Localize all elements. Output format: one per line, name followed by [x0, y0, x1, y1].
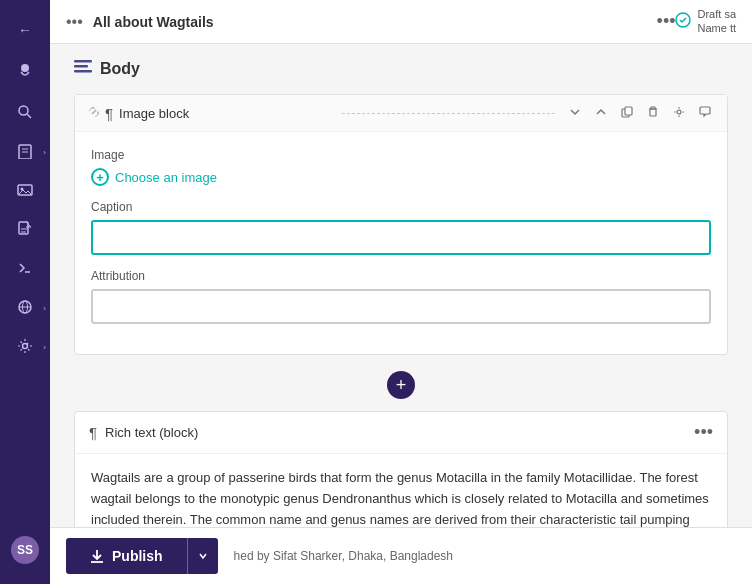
add-circle-icon: +	[91, 168, 109, 186]
svg-point-1	[19, 106, 28, 115]
sidebar-item-images[interactable]	[0, 172, 50, 211]
publish-button[interactable]: Publish	[66, 538, 187, 574]
attribution-field-label: Attribution	[91, 269, 711, 283]
rich-text-header: ¶ Rich text (block) •••	[75, 412, 727, 454]
wagtail-icon	[15, 60, 35, 84]
caption-input[interactable]	[91, 220, 711, 255]
body-heading-text: Body	[100, 60, 140, 78]
snippets-icon	[17, 260, 33, 279]
svg-point-0	[21, 64, 29, 72]
block-comment-btn[interactable]	[695, 103, 715, 123]
topbar-more-btn[interactable]: •••	[657, 11, 676, 32]
sidebar-collapse-btn[interactable]: ←	[18, 10, 32, 50]
block-collapse-btn[interactable]	[565, 103, 585, 123]
sidebar-item-globe[interactable]: ›	[0, 289, 50, 328]
settings-icon	[17, 338, 33, 357]
image-block-label: Image block	[119, 106, 332, 121]
sidebar-item-documents[interactable]	[0, 211, 50, 250]
settings-arrow-icon: ›	[43, 343, 46, 352]
pages-icon	[17, 143, 33, 162]
images-icon	[17, 182, 33, 201]
globe-icon	[17, 299, 33, 318]
image-field-label: Image	[91, 148, 711, 162]
publish-label: Publish	[112, 548, 163, 564]
documents-icon	[17, 221, 33, 240]
pages-arrow-icon: ›	[43, 148, 46, 157]
svg-rect-17	[74, 60, 92, 63]
image-block-header: ¶ Image block	[75, 95, 727, 132]
sidebar-item-snippets[interactable]	[0, 250, 50, 289]
topbar-title: All about Wagtails	[93, 14, 657, 30]
check-circle-icon	[675, 12, 691, 31]
block-duplicate-btn[interactable]	[617, 103, 637, 123]
svg-rect-18	[74, 65, 88, 68]
rich-text-block: ¶ Rich text (block) ••• Wagtails are a g…	[74, 411, 728, 527]
topbar-status-text: Draft sa	[697, 8, 736, 21]
topbar-nav-dots[interactable]: •••	[66, 13, 83, 31]
image-block-content: Image + Choose an image Caption Attribut…	[75, 132, 727, 354]
attribution-input[interactable]	[91, 289, 711, 324]
avatar[interactable]: SS	[11, 536, 39, 564]
block-move-up-btn[interactable]	[591, 103, 611, 123]
bottom-bar-info: hed by Sifat Sharker, Dhaka, Bangladesh	[234, 549, 453, 563]
svg-rect-21	[625, 107, 632, 115]
block-delete-btn[interactable]	[643, 103, 663, 123]
add-block-area: +	[74, 363, 728, 407]
rich-text-paragraph-icon: ¶	[89, 424, 97, 441]
svg-point-23	[677, 110, 681, 114]
caption-field-label: Caption	[91, 200, 711, 214]
svg-rect-22	[650, 109, 656, 116]
paragraph-icon: ¶	[105, 105, 113, 122]
bottom-bar: Publish hed by Sifat Sharker, Dhaka, Ban…	[50, 527, 752, 584]
svg-rect-19	[74, 70, 92, 73]
topbar-status: Draft sa Name tt	[675, 8, 736, 34]
body-section-heading: Body	[74, 60, 728, 78]
choose-image-text: Choose an image	[115, 170, 217, 185]
link-icon	[87, 105, 101, 122]
choose-image-btn[interactable]: + Choose an image	[91, 168, 217, 186]
topbar-status-subtext: Name tt	[697, 22, 736, 35]
sidebar-item-pages[interactable]: ›	[0, 133, 50, 172]
topbar: ••• All about Wagtails ••• Draft sa Name…	[50, 0, 752, 44]
sidebar: ← ›	[0, 0, 50, 584]
add-block-btn[interactable]: +	[387, 371, 415, 399]
sidebar-item-settings[interactable]: ›	[0, 328, 50, 367]
block-divider	[342, 113, 555, 114]
image-block: ¶ Image block	[74, 94, 728, 355]
main-content: ••• All about Wagtails ••• Draft sa Name…	[50, 0, 752, 584]
body-section-icon	[74, 60, 92, 78]
sidebar-item-logo[interactable]	[0, 50, 50, 94]
search-icon	[17, 104, 33, 123]
publish-arrow-btn[interactable]	[187, 538, 218, 574]
sidebar-item-search[interactable]	[0, 94, 50, 133]
globe-arrow-icon: ›	[43, 304, 46, 313]
rich-text-label: Rich text (block)	[105, 425, 694, 440]
rich-text-more-btn[interactable]: •••	[694, 422, 713, 443]
rich-text-content[interactable]: Wagtails are a group of passerine birds …	[75, 454, 727, 527]
block-settings-btn[interactable]	[669, 103, 689, 123]
block-actions	[565, 103, 715, 123]
svg-line-2	[27, 114, 31, 118]
page-area: Body ¶ Image block	[50, 44, 752, 527]
